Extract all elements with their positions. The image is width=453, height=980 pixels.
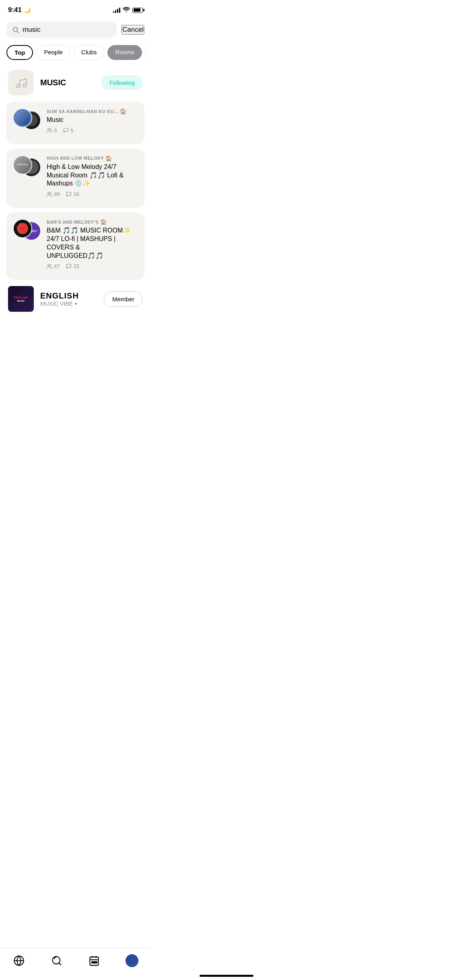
svg-point-5 [48,192,50,194]
rooms-list: SUM SA AARING-MAN KO KU... 🏠 Music 5 [0,102,151,280]
chat-icon [66,264,72,269]
music-club-icon [8,70,34,95]
room-avatars-2: NIRVANA [13,155,42,178]
room-club-name-3: BAR'S AND MELODY'S 🏠 [47,219,138,225]
svg-point-3 [23,84,27,87]
search-bar[interactable]: music [6,22,117,38]
room-stats-1: 5 5 [47,128,138,134]
room-stats-2: 99 16 [47,191,138,197]
avatar-2a: NIRVANA [13,155,32,175]
room-content-1: SUM SA AARING-MAN KO KU... 🏠 Music 5 [47,108,138,134]
tab-people[interactable]: People [36,45,70,60]
cancel-button[interactable]: Cancel [121,25,144,35]
english-club-subtitle: MUSIC VIBE ● [40,301,97,307]
room-header-3: 🎧 SPIDEY BAR'S AND MELODY'S 🏠 B&M 🎵🎵 MUS… [13,219,138,269]
room-card-2[interactable]: NIRVANA HIGH AND LOW MELODY 🏠 High & Low… [6,149,144,208]
room-avatars-3: 🎧 SPIDEY [13,219,42,241]
room-avatars-1 [13,108,42,131]
room-content-3: BAR'S AND MELODY'S 🏠 B&M 🎵🎵 MUSIC ROOM✨ … [47,219,138,269]
svg-line-1 [17,31,19,33]
tab-rooms[interactable]: Rooms [107,45,142,60]
signal-bars-icon [113,7,120,13]
home-icon-1: 🏠 [120,108,127,114]
avatar-3a: 🎧 [13,219,32,238]
filter-tabs: Top People Clubs Rooms Events [0,42,151,63]
status-bar: 9:41 🌙 [0,0,151,18]
people-icon [47,264,52,269]
room-header-2: NIRVANA HIGH AND LOW MELODY 🏠 High & Low… [13,155,138,197]
room-card-3[interactable]: 🎧 SPIDEY BAR'S AND MELODY'S 🏠 B&M 🎵🎵 MUS… [6,212,144,280]
room-header-1: SUM SA AARING-MAN KO KU... 🏠 Music 5 [13,108,138,134]
room-members-2: 99 [47,191,60,197]
home-icon-3: 🏠 [100,219,107,225]
english-club-item[interactable]: ENGLISH MUSIC ENGLISH MUSIC VIBE ● Membe… [0,280,151,318]
room-title-2: High & Low Melody 24/7 Musical Room 🎵🎵 L… [47,163,138,188]
room-chats-3: 15 [66,263,79,269]
music-club-name: MUSIC [40,78,66,87]
status-icons [113,7,143,14]
room-members-1: 5 [47,128,57,134]
room-title-1: Music [47,116,138,124]
tab-clubs[interactable]: Clubs [74,45,104,60]
room-members-3: 47 [47,263,60,269]
english-club-icon: ENGLISH MUSIC [8,286,34,312]
search-query: music [23,26,111,34]
room-club-name-2: HIGH AND LOW MELODY 🏠 [47,155,138,161]
wifi-icon [123,7,130,14]
room-club-name-1: SUM SA AARING-MAN KO KU... 🏠 [47,108,138,114]
chat-icon [66,191,72,197]
room-stats-3: 47 15 [47,263,138,269]
svg-point-6 [48,264,50,266]
people-icon [47,191,52,197]
music-club-info: MUSIC [40,78,95,87]
tab-top[interactable]: Top [6,45,33,60]
english-club-name: ENGLISH [40,291,97,301]
chat-icon [63,128,69,133]
online-dot: ● [74,301,77,306]
home-icon-2: 🏠 [105,155,112,161]
tab-events[interactable]: Events [145,45,151,60]
search-container: music Cancel [0,18,151,42]
search-icon [12,26,19,33]
room-chats-2: 16 [66,191,79,197]
music-club-item[interactable]: MUSIC Following [0,63,151,102]
moon-icon: 🌙 [24,7,31,13]
room-content-2: HIGH AND LOW MELODY 🏠 High & Low Melody … [47,155,138,197]
member-button[interactable]: Member [104,291,143,307]
people-icon [47,128,52,133]
english-club-info: ENGLISH MUSIC VIBE ● [40,291,97,307]
following-button[interactable]: Following [101,75,143,90]
room-chats-1: 5 [63,128,73,134]
status-time: 9:41 🌙 [8,6,31,14]
battery-icon [132,8,143,13]
room-title-3: B&M 🎵🎵 MUSIC ROOM✨ 24/7 LO-fi | MASHUPS … [47,226,138,260]
svg-point-4 [48,128,50,130]
svg-point-2 [16,84,20,87]
avatar-1a [13,108,32,128]
room-card-1[interactable]: SUM SA AARING-MAN KO KU... 🏠 Music 5 [6,102,144,144]
